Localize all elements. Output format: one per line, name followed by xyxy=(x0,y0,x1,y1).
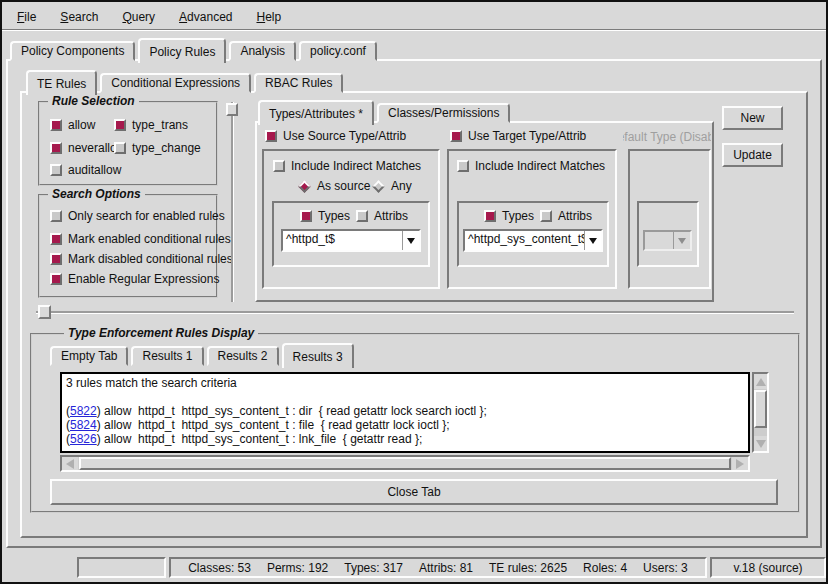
checkbox-type-trans-indicator xyxy=(114,119,126,131)
arrow-right-icon xyxy=(736,459,744,469)
default-type-combobox-arrow xyxy=(673,232,690,249)
menu-search[interactable]: Search xyxy=(53,8,105,26)
checkbox-source-indirect[interactable]: Include Indirect Matches xyxy=(273,159,421,173)
tab-policy-rules[interactable]: Policy Rules xyxy=(138,38,226,63)
subtab-te-rules[interactable]: TE Rules xyxy=(26,70,97,95)
menu-file[interactable]: File xyxy=(10,8,43,26)
checkbox-use-source-indicator xyxy=(265,130,277,142)
checkbox-auditallow-indicator xyxy=(50,164,62,176)
tab-results-2[interactable]: Results 2 xyxy=(207,346,279,366)
horizontal-sash-handle[interactable] xyxy=(38,305,51,319)
checkbox-mark-enabled[interactable]: Mark enabled conditional rules xyxy=(50,232,231,246)
criteria-tabs: Types/Attributes * Classes/Permissions xyxy=(258,98,510,123)
checkbox-target-attribs-indicator xyxy=(540,210,552,222)
menu-advanced[interactable]: Advanced xyxy=(172,8,239,26)
results-text-area[interactable]: 3 rules match the search criteria (5822)… xyxy=(60,372,750,453)
default-type-combobox-value xyxy=(645,232,673,249)
checkbox-source-types[interactable]: Types xyxy=(300,209,350,223)
checkbox-target-attribs[interactable]: Attribs xyxy=(540,209,592,223)
results-group-title: Type Enforcement Rules Display xyxy=(64,326,258,340)
checkbox-source-attribs[interactable]: Attribs xyxy=(356,209,408,223)
radio-as-source[interactable]: As source xyxy=(298,179,370,193)
scroll-down-button[interactable] xyxy=(754,436,767,451)
status-panel-stats: Classes: 53 Perms: 192 Types: 317 Attrib… xyxy=(169,557,707,578)
tab-types-attributes[interactable]: Types/Attributes * xyxy=(258,100,374,125)
source-type-combobox-arrow[interactable] xyxy=(402,231,419,250)
source-type-combobox[interactable]: ^httpd_t$ xyxy=(281,229,421,252)
checkbox-target-indirect[interactable]: Include Indirect Matches xyxy=(457,159,605,173)
rule-line: (5822) allow httpd_t httpd_sys_content_t… xyxy=(66,404,744,418)
stat-te-rules: TE rules: 2625 xyxy=(489,561,567,575)
checkbox-only-enabled[interactable]: Only search for enabled rules xyxy=(50,209,225,223)
target-type-combobox-arrow[interactable] xyxy=(584,231,601,250)
search-options-title: Search Options xyxy=(48,187,145,201)
stat-classes: Classes: 53 xyxy=(188,561,251,575)
menubar: File Search Query Advanced Help xyxy=(2,4,826,30)
scroll-right-button[interactable] xyxy=(732,457,748,470)
status-panel-empty xyxy=(77,557,166,578)
arrow-up-icon xyxy=(756,378,766,386)
chevron-down-icon xyxy=(589,238,597,244)
scroll-left-button[interactable] xyxy=(62,457,78,470)
close-tab-button[interactable]: Close Tab xyxy=(50,479,778,505)
checkbox-target-types-indicator xyxy=(484,210,496,222)
vertical-sash-handle[interactable] xyxy=(226,103,238,116)
checkbox-mark-disabled[interactable]: Mark disabled conditional rules xyxy=(50,252,233,266)
checkbox-source-types-indicator xyxy=(300,210,312,222)
rule-selection-title: Rule Selection xyxy=(48,94,139,108)
stat-perms: Perms: 192 xyxy=(267,561,328,575)
rule-id-link[interactable]: 5822 xyxy=(70,404,97,418)
checkbox-type-change[interactable]: type_change xyxy=(114,141,201,155)
update-button[interactable]: Update xyxy=(722,143,783,167)
default-type-label: Default Type (Disabled) xyxy=(623,130,711,145)
rule-line: (5826) allow httpd_t httpd_sys_content_t… xyxy=(66,432,744,446)
target-type-combobox-value[interactable]: ^httpd_sys_content_t$ xyxy=(465,231,584,250)
results-vertical-scrollbar[interactable] xyxy=(752,372,769,453)
scroll-up-button[interactable] xyxy=(754,374,767,389)
subtab-conditional-expressions[interactable]: Conditional Expressions xyxy=(100,73,251,93)
checkbox-mark-enabled-indicator xyxy=(50,233,62,245)
policy-version: v.18 (source) xyxy=(733,561,802,575)
tab-classes-permissions[interactable]: Classes/Permissions xyxy=(377,103,510,123)
checkbox-use-source-type[interactable]: Use Source Type/Attrib xyxy=(265,129,406,143)
source-type-combobox-value[interactable]: ^httpd_t$ xyxy=(283,231,402,250)
chevron-down-icon xyxy=(407,238,415,244)
checkbox-use-target-type[interactable]: Use Target Type/Attrib xyxy=(450,129,586,143)
tab-analysis[interactable]: Analysis xyxy=(229,41,296,61)
menu-query[interactable]: Query xyxy=(115,8,162,26)
chevron-down-icon xyxy=(678,238,686,244)
rule-id-link[interactable]: 5826 xyxy=(70,432,97,446)
tab-results-3[interactable]: Results 3 xyxy=(282,343,354,368)
rule-id-link[interactable]: 5824 xyxy=(70,418,97,432)
checkbox-enable-regex[interactable]: Enable Regular Expressions xyxy=(50,272,219,286)
policy-stats: Classes: 53 Perms: 192 Types: 317 Attrib… xyxy=(188,561,688,575)
vertical-sash-line xyxy=(231,102,233,302)
menu-help[interactable]: Help xyxy=(249,8,288,26)
new-button[interactable]: New xyxy=(722,106,783,130)
subtab-rbac-rules[interactable]: RBAC Rules xyxy=(254,73,343,93)
checkbox-target-types[interactable]: Types xyxy=(484,209,534,223)
checkbox-type-change-indicator xyxy=(114,142,126,154)
checkbox-type-trans[interactable]: type_trans xyxy=(114,118,188,132)
default-type-combobox xyxy=(643,230,692,251)
status-panel-version: v.18 (source) xyxy=(710,557,826,578)
results-horizontal-scrollbar[interactable] xyxy=(60,455,750,472)
horizontal-scrollbar-thumb[interactable] xyxy=(79,457,731,470)
tab-results-1[interactable]: Results 1 xyxy=(131,346,203,366)
radio-any[interactable]: Any xyxy=(372,179,412,193)
checkbox-allow[interactable]: allow xyxy=(50,118,95,132)
checkbox-enable-regex-indicator xyxy=(50,273,62,285)
tab-empty-tab[interactable]: Empty Tab xyxy=(50,346,128,366)
rule-line: (5824) allow httpd_t httpd_sys_content_t… xyxy=(66,418,744,432)
radio-as-source-indicator xyxy=(298,180,311,193)
tab-policy-conf[interactable]: policy.conf xyxy=(299,41,377,61)
vertical-scrollbar-thumb[interactable] xyxy=(754,390,767,428)
checkbox-auditallow[interactable]: auditallow xyxy=(50,163,121,177)
target-type-combobox[interactable]: ^httpd_sys_content_t$ xyxy=(463,229,603,252)
checkbox-neverallow-indicator xyxy=(50,142,62,154)
checkbox-target-indirect-indicator xyxy=(457,160,469,172)
checkbox-mark-disabled-indicator xyxy=(50,253,62,265)
checkbox-only-enabled-indicator xyxy=(50,210,62,222)
stat-users: Users: 3 xyxy=(643,561,688,575)
tab-policy-components[interactable]: Policy Components xyxy=(10,41,135,61)
